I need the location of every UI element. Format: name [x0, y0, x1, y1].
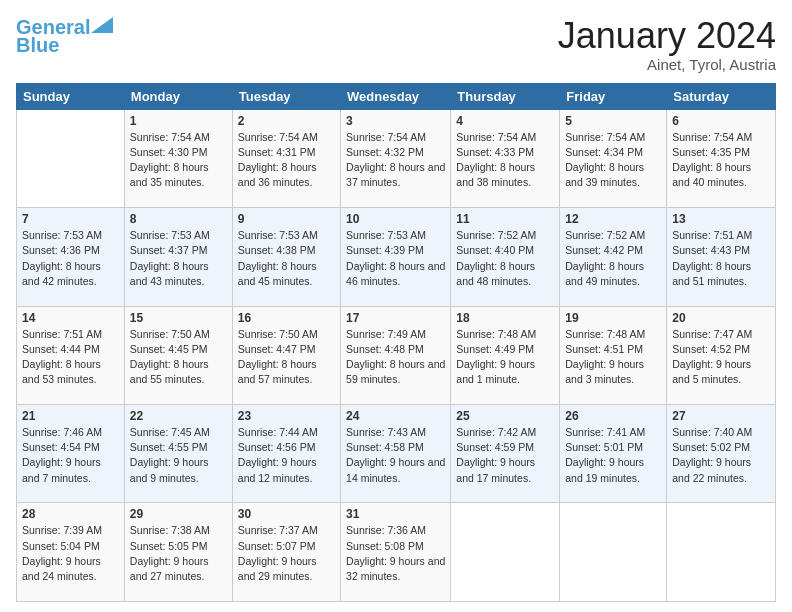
cell-w0-d3: 3 Sunrise: 7:54 AMSunset: 4:32 PMDayligh… — [341, 109, 451, 207]
cell-w2-d2: 16 Sunrise: 7:50 AMSunset: 4:47 PMDaylig… — [232, 306, 340, 404]
day-info: Sunrise: 7:54 AMSunset: 4:35 PMDaylight:… — [672, 131, 752, 189]
cell-w4-d6 — [667, 503, 776, 602]
cell-w0-d0 — [17, 109, 125, 207]
col-thursday: Thursday — [451, 83, 560, 109]
week-row-1: 7 Sunrise: 7:53 AMSunset: 4:36 PMDayligh… — [17, 208, 776, 306]
day-info: Sunrise: 7:38 AMSunset: 5:05 PMDaylight:… — [130, 524, 210, 582]
svg-marker-0 — [91, 17, 113, 33]
day-number: 20 — [672, 311, 770, 325]
day-number: 12 — [565, 212, 661, 226]
day-number: 23 — [238, 409, 335, 423]
cell-w3-d1: 22 Sunrise: 7:45 AMSunset: 4:55 PMDaylig… — [124, 405, 232, 503]
col-friday: Friday — [560, 83, 667, 109]
cell-w0-d2: 2 Sunrise: 7:54 AMSunset: 4:31 PMDayligh… — [232, 109, 340, 207]
col-wednesday: Wednesday — [341, 83, 451, 109]
day-info: Sunrise: 7:41 AMSunset: 5:01 PMDaylight:… — [565, 426, 645, 484]
day-number: 18 — [456, 311, 554, 325]
day-info: Sunrise: 7:43 AMSunset: 4:58 PMDaylight:… — [346, 426, 445, 484]
week-row-4: 28 Sunrise: 7:39 AMSunset: 5:04 PMDaylig… — [17, 503, 776, 602]
logo-icon — [91, 17, 113, 33]
day-number: 2 — [238, 114, 335, 128]
col-tuesday: Tuesday — [232, 83, 340, 109]
cell-w1-d4: 11 Sunrise: 7:52 AMSunset: 4:40 PMDaylig… — [451, 208, 560, 306]
day-info: Sunrise: 7:54 AMSunset: 4:34 PMDaylight:… — [565, 131, 645, 189]
cell-w1-d3: 10 Sunrise: 7:53 AMSunset: 4:39 PMDaylig… — [341, 208, 451, 306]
cell-w4-d0: 28 Sunrise: 7:39 AMSunset: 5:04 PMDaylig… — [17, 503, 125, 602]
day-number: 7 — [22, 212, 119, 226]
day-number: 14 — [22, 311, 119, 325]
day-number: 24 — [346, 409, 445, 423]
day-number: 29 — [130, 507, 227, 521]
cell-w3-d2: 23 Sunrise: 7:44 AMSunset: 4:56 PMDaylig… — [232, 405, 340, 503]
cell-w2-d1: 15 Sunrise: 7:50 AMSunset: 4:45 PMDaylig… — [124, 306, 232, 404]
page: General Blue January 2024 Ainet, Tyrol, … — [0, 0, 792, 612]
day-info: Sunrise: 7:46 AMSunset: 4:54 PMDaylight:… — [22, 426, 102, 484]
day-number: 26 — [565, 409, 661, 423]
day-number: 25 — [456, 409, 554, 423]
day-number: 17 — [346, 311, 445, 325]
cell-w1-d6: 13 Sunrise: 7:51 AMSunset: 4:43 PMDaylig… — [667, 208, 776, 306]
day-number: 9 — [238, 212, 335, 226]
week-row-0: 1 Sunrise: 7:54 AMSunset: 4:30 PMDayligh… — [17, 109, 776, 207]
cell-w4-d5 — [560, 503, 667, 602]
col-saturday: Saturday — [667, 83, 776, 109]
cell-w0-d4: 4 Sunrise: 7:54 AMSunset: 4:33 PMDayligh… — [451, 109, 560, 207]
cell-w1-d0: 7 Sunrise: 7:53 AMSunset: 4:36 PMDayligh… — [17, 208, 125, 306]
cell-w1-d2: 9 Sunrise: 7:53 AMSunset: 4:38 PMDayligh… — [232, 208, 340, 306]
cell-w4-d1: 29 Sunrise: 7:38 AMSunset: 5:05 PMDaylig… — [124, 503, 232, 602]
day-info: Sunrise: 7:44 AMSunset: 4:56 PMDaylight:… — [238, 426, 318, 484]
cell-w3-d3: 24 Sunrise: 7:43 AMSunset: 4:58 PMDaylig… — [341, 405, 451, 503]
col-monday: Monday — [124, 83, 232, 109]
day-number: 8 — [130, 212, 227, 226]
cell-w2-d4: 18 Sunrise: 7:48 AMSunset: 4:49 PMDaylig… — [451, 306, 560, 404]
day-info: Sunrise: 7:53 AMSunset: 4:39 PMDaylight:… — [346, 229, 445, 287]
day-number: 27 — [672, 409, 770, 423]
cell-w0-d1: 1 Sunrise: 7:54 AMSunset: 4:30 PMDayligh… — [124, 109, 232, 207]
col-sunday: Sunday — [17, 83, 125, 109]
day-number: 28 — [22, 507, 119, 521]
cell-w2-d3: 17 Sunrise: 7:49 AMSunset: 4:48 PMDaylig… — [341, 306, 451, 404]
day-number: 10 — [346, 212, 445, 226]
week-row-2: 14 Sunrise: 7:51 AMSunset: 4:44 PMDaylig… — [17, 306, 776, 404]
day-info: Sunrise: 7:53 AMSunset: 4:37 PMDaylight:… — [130, 229, 210, 287]
day-number: 30 — [238, 507, 335, 521]
title-block: January 2024 Ainet, Tyrol, Austria — [558, 16, 776, 73]
logo: General Blue — [16, 16, 113, 56]
day-number: 11 — [456, 212, 554, 226]
day-number: 19 — [565, 311, 661, 325]
day-info: Sunrise: 7:51 AMSunset: 4:43 PMDaylight:… — [672, 229, 752, 287]
month-title: January 2024 — [558, 16, 776, 56]
logo-blue: Blue — [16, 34, 59, 56]
day-info: Sunrise: 7:37 AMSunset: 5:07 PMDaylight:… — [238, 524, 318, 582]
day-info: Sunrise: 7:53 AMSunset: 4:38 PMDaylight:… — [238, 229, 318, 287]
day-info: Sunrise: 7:54 AMSunset: 4:33 PMDaylight:… — [456, 131, 536, 189]
calendar-table: Sunday Monday Tuesday Wednesday Thursday… — [16, 83, 776, 602]
cell-w3-d4: 25 Sunrise: 7:42 AMSunset: 4:59 PMDaylig… — [451, 405, 560, 503]
week-row-3: 21 Sunrise: 7:46 AMSunset: 4:54 PMDaylig… — [17, 405, 776, 503]
day-number: 31 — [346, 507, 445, 521]
day-number: 5 — [565, 114, 661, 128]
location: Ainet, Tyrol, Austria — [558, 56, 776, 73]
cell-w4-d3: 31 Sunrise: 7:36 AMSunset: 5:08 PMDaylig… — [341, 503, 451, 602]
day-info: Sunrise: 7:54 AMSunset: 4:32 PMDaylight:… — [346, 131, 445, 189]
day-info: Sunrise: 7:48 AMSunset: 4:51 PMDaylight:… — [565, 328, 645, 386]
day-info: Sunrise: 7:36 AMSunset: 5:08 PMDaylight:… — [346, 524, 445, 582]
cell-w3-d6: 27 Sunrise: 7:40 AMSunset: 5:02 PMDaylig… — [667, 405, 776, 503]
cell-w3-d5: 26 Sunrise: 7:41 AMSunset: 5:01 PMDaylig… — [560, 405, 667, 503]
cell-w0-d6: 6 Sunrise: 7:54 AMSunset: 4:35 PMDayligh… — [667, 109, 776, 207]
day-number: 4 — [456, 114, 554, 128]
cell-w2-d0: 14 Sunrise: 7:51 AMSunset: 4:44 PMDaylig… — [17, 306, 125, 404]
header: General Blue January 2024 Ainet, Tyrol, … — [16, 16, 776, 73]
day-number: 21 — [22, 409, 119, 423]
day-info: Sunrise: 7:52 AMSunset: 4:40 PMDaylight:… — [456, 229, 536, 287]
cell-w1-d1: 8 Sunrise: 7:53 AMSunset: 4:37 PMDayligh… — [124, 208, 232, 306]
day-info: Sunrise: 7:47 AMSunset: 4:52 PMDaylight:… — [672, 328, 752, 386]
day-number: 15 — [130, 311, 227, 325]
day-info: Sunrise: 7:54 AMSunset: 4:30 PMDaylight:… — [130, 131, 210, 189]
cell-w4-d2: 30 Sunrise: 7:37 AMSunset: 5:07 PMDaylig… — [232, 503, 340, 602]
day-number: 1 — [130, 114, 227, 128]
cell-w2-d5: 19 Sunrise: 7:48 AMSunset: 4:51 PMDaylig… — [560, 306, 667, 404]
day-info: Sunrise: 7:40 AMSunset: 5:02 PMDaylight:… — [672, 426, 752, 484]
day-info: Sunrise: 7:51 AMSunset: 4:44 PMDaylight:… — [22, 328, 102, 386]
day-number: 3 — [346, 114, 445, 128]
